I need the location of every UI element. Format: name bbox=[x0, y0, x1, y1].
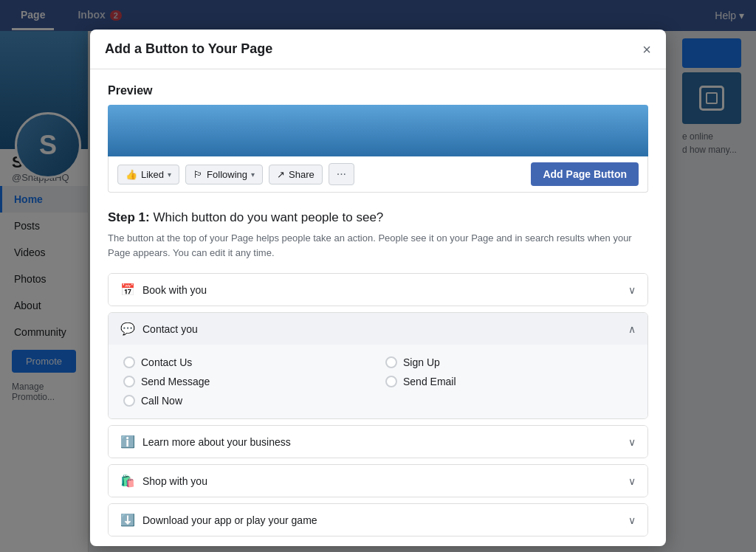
accordion-learn-chevron-icon: ∨ bbox=[628, 436, 636, 448]
accordion-book-header[interactable]: 📅 Book with you ∨ bbox=[109, 274, 647, 306]
radio-label-call-now: Call Now bbox=[141, 395, 182, 407]
add-page-button[interactable]: Add Page Button bbox=[531, 162, 639, 186]
preview-banner bbox=[108, 105, 648, 156]
modal-title: Add a Button to Your Page bbox=[105, 41, 272, 57]
radio-label-contact-us: Contact Us bbox=[141, 356, 192, 368]
radio-send-message[interactable]: Send Message bbox=[123, 376, 371, 387]
accordion-contact-label: Contact you bbox=[142, 323, 198, 335]
share-icon: ↗ bbox=[277, 169, 285, 180]
radio-sign-up[interactable]: Sign Up bbox=[385, 356, 633, 368]
accordion-learn: ℹ️ Learn more about your business ∨ bbox=[108, 425, 648, 458]
download-icon: ⬇️ bbox=[120, 513, 135, 527]
more-button[interactable]: ··· bbox=[329, 163, 354, 185]
info-icon: ℹ️ bbox=[120, 435, 135, 449]
liked-button[interactable]: 👍 Liked ▾ bbox=[117, 165, 179, 184]
following-chevron-icon: ▾ bbox=[251, 170, 255, 179]
radio-circle-call-now bbox=[123, 395, 135, 407]
accordion-shop-label: Shop with you bbox=[142, 475, 207, 487]
radio-label-send-message: Send Message bbox=[141, 376, 210, 387]
radio-label-sign-up: Sign Up bbox=[403, 356, 440, 368]
accordion-download-label: Download your app or play your game bbox=[142, 514, 317, 526]
modal: Add a Button to Your Page × Preview 👍 Li… bbox=[90, 30, 666, 546]
chat-icon: 💬 bbox=[120, 322, 135, 336]
thumbs-up-icon: 👍 bbox=[126, 169, 137, 180]
accordion-contact-header[interactable]: 💬 Contact you ∧ bbox=[109, 313, 647, 345]
following-flag-icon: 🏳 bbox=[193, 169, 203, 180]
accordion-book-label: Book with you bbox=[142, 284, 207, 296]
preview-actions: 👍 Liked ▾ 🏳 Following ▾ ↗ Share ··· Add … bbox=[108, 156, 648, 193]
radio-circle-contact-us bbox=[123, 356, 135, 368]
calendar-icon: 📅 bbox=[120, 283, 135, 297]
accordion-book: 📅 Book with you ∨ bbox=[108, 273, 648, 306]
liked-chevron-icon: ▾ bbox=[168, 170, 171, 179]
accordion-download-chevron-icon: ∨ bbox=[628, 514, 636, 526]
radio-label-send-email: Send Email bbox=[403, 376, 456, 387]
accordion-contact: 💬 Contact you ∧ Contact Us Sign Up bbox=[108, 312, 648, 419]
modal-overlay: Add a Button to Your Page × Preview 👍 Li… bbox=[0, 0, 756, 552]
radio-circle-send-message bbox=[123, 376, 135, 387]
accordion-learn-label: Learn more about your business bbox=[142, 436, 291, 448]
radio-contact-us[interactable]: Contact Us bbox=[123, 356, 371, 368]
modal-body: Preview 👍 Liked ▾ 🏳 Following ▾ ↗ Share … bbox=[90, 69, 666, 546]
accordion-shop-header[interactable]: 🛍️ Shop with you ∨ bbox=[109, 465, 647, 497]
accordion-shop: 🛍️ Shop with you ∨ bbox=[108, 464, 648, 497]
radio-call-now[interactable]: Call Now bbox=[123, 395, 371, 407]
radio-circle-send-email bbox=[385, 376, 397, 387]
shop-icon: 🛍️ bbox=[120, 474, 135, 488]
radio-send-email[interactable]: Send Email bbox=[385, 376, 633, 387]
following-button[interactable]: 🏳 Following ▾ bbox=[185, 165, 263, 184]
accordion-shop-chevron-icon: ∨ bbox=[628, 475, 636, 487]
accordion-contact-chevron-icon: ∧ bbox=[628, 323, 636, 335]
accordion-learn-header[interactable]: ℹ️ Learn more about your business ∨ bbox=[109, 426, 647, 458]
close-button[interactable]: × bbox=[642, 42, 651, 57]
radio-circle-sign-up bbox=[385, 356, 397, 368]
accordion-download-header[interactable]: ⬇️ Download your app or play your game ∨ bbox=[109, 504, 647, 536]
preview-label: Preview bbox=[108, 84, 648, 97]
accordion-contact-body: Contact Us Sign Up Send Message Send Ema… bbox=[109, 345, 647, 418]
modal-header: Add a Button to Your Page × bbox=[90, 30, 666, 69]
share-button[interactable]: ↗ Share bbox=[269, 165, 323, 184]
step-description: The button at the top of your Page helps… bbox=[108, 231, 648, 260]
accordion-download: ⬇️ Download your app or play your game ∨ bbox=[108, 503, 648, 537]
accordion-book-chevron-icon: ∨ bbox=[628, 284, 636, 296]
step-title: Step 1: Which button do you want people … bbox=[108, 210, 648, 225]
